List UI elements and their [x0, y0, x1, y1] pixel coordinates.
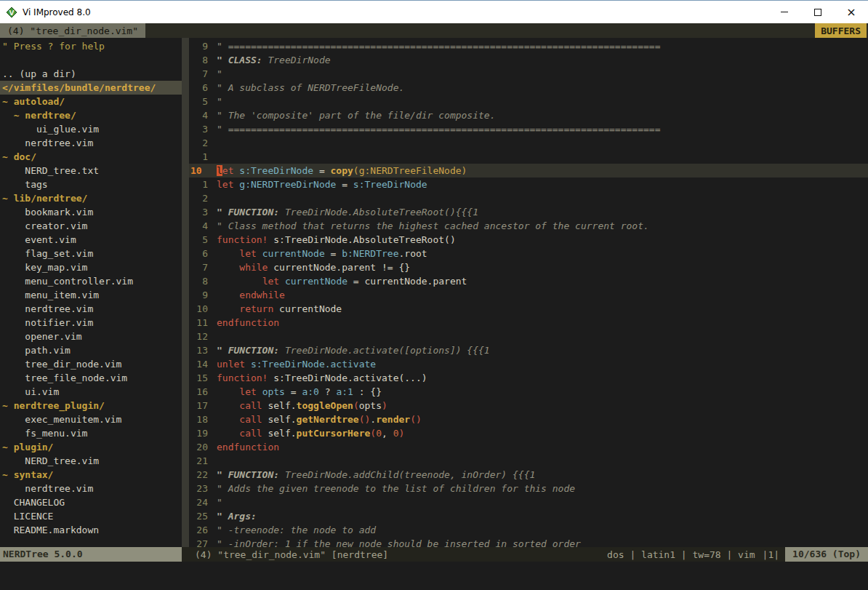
tree-item[interactable]: ~ lib/nerdtree/	[0, 191, 182, 205]
tree-item[interactable]: tree_file_node.vim	[0, 371, 182, 385]
code-line[interactable]: 4" The 'composite' part of the file/dir …	[189, 108, 868, 122]
line-number: 17	[190, 399, 208, 412]
code-line[interactable]: 12	[189, 330, 868, 343]
tree-item[interactable]: opener.vim	[0, 330, 182, 343]
tree-item[interactable]	[0, 53, 182, 67]
code-line[interactable]: 2	[189, 136, 868, 150]
tree-item[interactable]: event.vim	[0, 233, 182, 247]
tree-item[interactable]: tags	[0, 178, 182, 191]
code-line[interactable]: 2	[189, 191, 868, 205]
vertical-split-separator[interactable]	[182, 38, 189, 547]
tree-item[interactable]: LICENCE	[0, 509, 182, 523]
tree-item[interactable]: notifier.vim	[0, 316, 182, 330]
code-line[interactable]: 11endfunction	[189, 316, 868, 330]
code-line[interactable]: 25" Args:	[189, 509, 868, 523]
tree-item[interactable]: ~ autoload/	[0, 95, 182, 108]
line-text: notifier.vim	[2, 317, 93, 328]
window-controls: ×	[768, 1, 868, 23]
tree-item[interactable]: README.markdown	[0, 523, 182, 537]
line-number: 11	[190, 316, 208, 330]
code-line[interactable]: 7"	[189, 67, 868, 81]
tree-item[interactable]: ui.vim	[0, 385, 182, 399]
close-button[interactable]: ×	[835, 1, 868, 23]
tree-item[interactable]: </vimfiles/bundle/nerdtree/	[0, 81, 182, 95]
code-line[interactable]: 10 return currentNode	[189, 302, 868, 316]
tree-item[interactable]: fs_menu.vim	[0, 426, 182, 440]
tree-item[interactable]: menu_item.vim	[0, 288, 182, 302]
tree-item[interactable]: nerdtree.vim	[0, 302, 182, 316]
code-line[interactable]: 14unlet s:TreeDirNode.activate	[189, 357, 868, 371]
line-text: tags	[2, 179, 48, 190]
tree-item[interactable]: bookmark.vim	[0, 205, 182, 219]
code-line[interactable]: 10let s:TreeDirNode = copy(g:NERDTreeFil…	[189, 164, 868, 178]
tree-item[interactable]: nerdtree.vim	[0, 482, 182, 495]
code-line[interactable]: 6" A subclass of NERDTreeFileNode.	[189, 81, 868, 95]
code-line[interactable]: 20endfunction	[189, 440, 868, 454]
vim-icon[interactable]: V	[6, 7, 17, 18]
code-line[interactable]: 26" -treenode: the node to add	[189, 523, 868, 537]
code-line[interactable]: 15function! s:TreeDirNode.activate(...)	[189, 371, 868, 385]
code-line[interactable]: 1let g:NERDTreeDirNode = s:TreeDirNode	[189, 178, 868, 191]
tree-item[interactable]: creator.vim	[0, 219, 182, 233]
code-line[interactable]: 18 call self.getNerdtree().render()	[189, 412, 868, 426]
code-line[interactable]: 21	[189, 454, 868, 468]
code-line[interactable]: 3" =====================================…	[189, 122, 868, 136]
tree-item[interactable]: tree_dir_node.vim	[0, 357, 182, 371]
line-text: return currentNode	[217, 302, 342, 316]
line-text: event.vim	[2, 234, 76, 245]
line-number: 4	[190, 219, 208, 233]
code-line[interactable]: 3" FUNCTION: TreeDirNode.AbsoluteTreeRoo…	[189, 205, 868, 219]
tree-item[interactable]: ui_glue.vim	[0, 122, 182, 136]
code-line[interactable]: 22" FUNCTION: TreeDirNode.addChild(treen…	[189, 468, 868, 482]
code-line[interactable]: 27" -inOrder: 1 if the new node should b…	[189, 537, 868, 547]
tree-item[interactable]: menu_controller.vim	[0, 274, 182, 288]
line-number: 19	[190, 426, 208, 440]
tree-item[interactable]: ~ nerdtree_plugin/	[0, 399, 182, 412]
tree-item[interactable]: " Press ? for help	[0, 39, 182, 53]
tree-item[interactable]: flag_set.vim	[0, 247, 182, 260]
tree-item[interactable]: .. (up a dir)	[0, 67, 182, 81]
line-text: " ======================================…	[217, 39, 660, 53]
code-line[interactable]: 7 while currentNode.parent != {}	[189, 260, 868, 274]
minimize-button[interactable]	[768, 1, 801, 23]
tree-item[interactable]: ~ doc/	[0, 150, 182, 164]
tree-item[interactable]: NERD_tree.vim	[0, 454, 182, 468]
tree-item[interactable]: CHANGELOG	[0, 495, 182, 509]
line-number: 20	[190, 440, 208, 454]
line-number: 3	[190, 122, 208, 136]
tree-item[interactable]: ~ syntax/	[0, 468, 182, 482]
tree-item[interactable]: key_map.vim	[0, 260, 182, 274]
code-line[interactable]: 23" Adds the given treenode to the list …	[189, 482, 868, 495]
statusline-meta: dos | latin1 | tw=78 | vim	[607, 549, 755, 560]
code-line[interactable]: 6 let currentNode = b:NERDTree.root	[189, 247, 868, 260]
code-line[interactable]: 24"	[189, 495, 868, 509]
line-text: ~ doc/	[2, 151, 36, 162]
code-line[interactable]: 9" =====================================…	[189, 39, 868, 53]
tree-item[interactable]: path.vim	[0, 343, 182, 357]
tree-item[interactable]: NERD_tree.txt	[0, 164, 182, 178]
tree-item[interactable]: exec_menuitem.vim	[0, 412, 182, 426]
tree-item[interactable]: nerdtree.vim	[0, 136, 182, 150]
line-number: 5	[190, 233, 208, 247]
code-line[interactable]: 13" FUNCTION: TreeDirNode.activate([opti…	[189, 343, 868, 357]
tree-item[interactable]: ~ nerdtree/	[0, 108, 182, 122]
statusline-position: 10/636 (Top)	[785, 547, 868, 562]
line-text: creator.vim	[2, 220, 87, 231]
code-line[interactable]: 9 endwhile	[189, 288, 868, 302]
code-line[interactable]: 5function! s:TreeDirNode.AbsoluteTreeRoo…	[189, 233, 868, 247]
line-number: 9	[190, 288, 208, 302]
code-line[interactable]: 19 call self.putCursorHere(0, 0)	[189, 426, 868, 440]
tab-current[interactable]: (4) "tree_dir_node.vim"	[0, 23, 145, 38]
code-line[interactable]: 8 let currentNode = currentNode.parent	[189, 274, 868, 288]
code-line[interactable]: 5"	[189, 95, 868, 108]
maximize-button[interactable]	[801, 1, 835, 23]
code-line[interactable]: 8" CLASS: TreeDirNode	[189, 53, 868, 67]
code-line[interactable]: 1	[189, 150, 868, 164]
code-line[interactable]: 16 let opts = a:0 ? a:1 : {}	[189, 385, 868, 399]
code-line[interactable]: 4" Class method that returns the highest…	[189, 219, 868, 233]
code-line[interactable]: 17 call self.toggleOpen(opts)	[189, 399, 868, 412]
tree-item[interactable]: ~ plugin/	[0, 440, 182, 454]
line-text: endwhile	[217, 288, 285, 302]
line-text: call self.toggleOpen(opts)	[217, 399, 387, 412]
line-text: tree_dir_node.vim	[2, 359, 121, 370]
